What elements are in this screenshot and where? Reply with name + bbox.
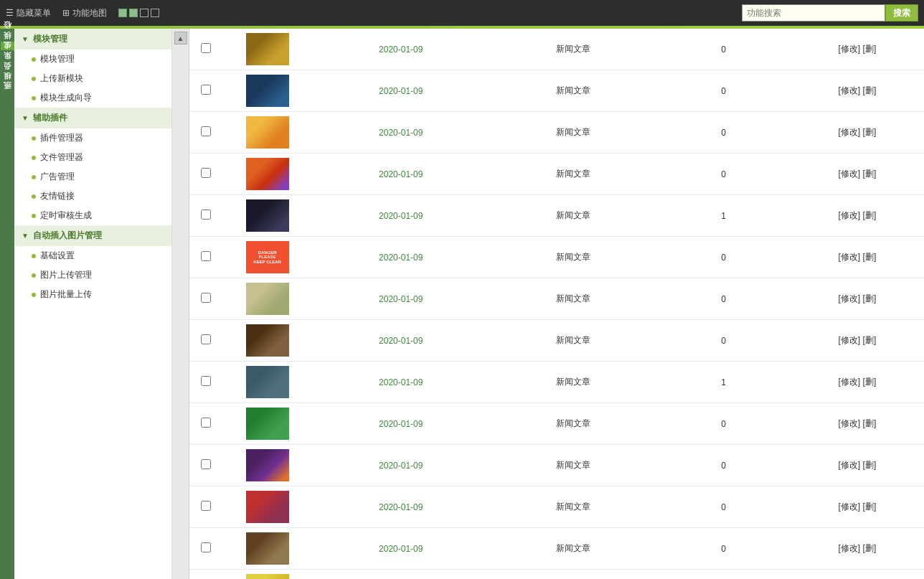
row-date: 2020-01-09: [312, 70, 490, 112]
sidebar-item-module-wizard[interactable]: 模块生成向导: [14, 88, 171, 108]
edit-button[interactable]: [修改]: [839, 502, 861, 512]
sidebar-item-module-manage[interactable]: 模块管理: [14, 50, 171, 69]
sidebar-item-file-manager[interactable]: 文件管理器: [14, 148, 171, 167]
sidebar-item-image-upload-manage[interactable]: 图片上传管理: [14, 265, 171, 285]
sidebar-item-image-batch-upload[interactable]: 图片批量上传: [14, 285, 171, 304]
table-row: 2020-01-09新闻文章0[修改] [删]: [189, 486, 924, 528]
delete-button[interactable]: [删]: [863, 252, 877, 262]
layout-icon-1[interactable]: [118, 9, 127, 17]
delete-button[interactable]: [删]: [863, 335, 877, 345]
sidebar-item-basic-settings[interactable]: 基础设置: [14, 246, 171, 265]
sidebar-item-friendly-link[interactable]: 友情链接: [14, 187, 171, 206]
layout-icon-2[interactable]: [129, 9, 138, 17]
sidebar-item-timed-review-label: 定时审核生成: [40, 210, 92, 222]
hidden-menu-btn[interactable]: ☰ 隐藏菜单: [6, 7, 51, 19]
delete-button[interactable]: [删]: [863, 377, 877, 387]
edit-button[interactable]: [修改]: [839, 127, 861, 137]
row-checkbox[interactable]: [201, 168, 211, 178]
sidebar-item-basic-settings-label: 基础设置: [40, 250, 75, 262]
vtab-system[interactable]: 系统: [1, 92, 14, 100]
edit-button[interactable]: [修改]: [839, 85, 861, 95]
row-checkbox[interactable]: [201, 293, 211, 303]
thumbnail: [246, 158, 289, 190]
vtab-collect[interactable]: 采集: [1, 62, 14, 70]
function-map-btn[interactable]: ⊞ 功能地图: [62, 7, 107, 19]
row-checkbox[interactable]: [201, 43, 211, 53]
sidebar-item-plugin-manager[interactable]: 插件管理器: [14, 128, 171, 148]
row-checkbox[interactable]: [201, 459, 211, 469]
row-count: 0: [657, 570, 791, 580]
sidebar-section-image[interactable]: ▼ 自动插入图片管理: [14, 225, 171, 246]
row-checkbox[interactable]: [201, 334, 211, 344]
delete-button[interactable]: [删]: [863, 44, 877, 54]
vtab-member[interactable]: 会员: [1, 72, 14, 80]
delete-button[interactable]: [删]: [863, 127, 877, 137]
vtab-generate[interactable]: 生成: [1, 52, 14, 60]
sidebar-item-module-wizard-label: 模块生成向导: [40, 92, 92, 104]
thumbnail: [246, 75, 289, 107]
row-checkbox[interactable]: [201, 501, 211, 511]
edit-button[interactable]: [修改]: [839, 377, 861, 387]
delete-button[interactable]: [删]: [863, 169, 877, 179]
row-type: 新闻文章: [490, 362, 657, 403]
row-checkbox[interactable]: [201, 418, 211, 428]
delete-button[interactable]: [删]: [863, 210, 877, 220]
edit-button[interactable]: [修改]: [839, 293, 861, 303]
row-checkbox[interactable]: [201, 126, 211, 136]
sidebar-section-module[interactable]: ▼ 模块管理: [14, 29, 171, 50]
row-count: 1: [657, 362, 791, 403]
delete-button[interactable]: [删]: [863, 85, 877, 95]
row-count: 0: [657, 278, 791, 320]
delete-button[interactable]: [删]: [863, 418, 877, 428]
data-table: 2020-01-09新闻文章0[修改] [删]2020-01-09新闻文章0[修…: [189, 29, 924, 579]
row-type: 新闻文章: [490, 528, 657, 570]
layout-icon-3[interactable]: [140, 9, 148, 17]
row-count: 0: [657, 320, 791, 362]
delete-button[interactable]: [删]: [863, 543, 877, 553]
table-row: 2020-01-09新闻文章0[修改] [删]: [189, 320, 924, 362]
dot-icon: [32, 293, 36, 297]
search-area: 搜索: [742, 4, 918, 22]
vtab-module[interactable]: 模块: [1, 42, 14, 50]
thumbnail: [246, 116, 289, 149]
row-date: 2020-01-09: [312, 570, 490, 580]
delete-button[interactable]: [删]: [863, 293, 877, 303]
scroll-up-button[interactable]: ▲: [174, 32, 187, 44]
edit-button[interactable]: [修改]: [839, 418, 861, 428]
row-type: 新闻文章: [490, 237, 657, 278]
row-date: 2020-01-09: [312, 320, 490, 362]
edit-button[interactable]: [修改]: [839, 169, 861, 179]
edit-button[interactable]: [修改]: [839, 543, 861, 553]
search-button[interactable]: 搜索: [885, 4, 918, 22]
sidebar-section-plugin[interactable]: ▼ 辅助插件: [14, 108, 171, 128]
delete-button[interactable]: [删]: [863, 502, 877, 512]
row-count: 0: [657, 112, 791, 154]
vtab-core[interactable]: 核心: [1, 32, 14, 40]
edit-button[interactable]: [修改]: [839, 252, 861, 262]
sidebar-item-module-manage-label: 模块管理: [40, 53, 75, 65]
row-checkbox[interactable]: [201, 85, 211, 95]
delete-button[interactable]: [删]: [863, 460, 877, 470]
table-row: 2020-01-09新闻文章0[修改] [删]: [189, 278, 924, 320]
function-map-label: 功能地图: [72, 7, 107, 19]
search-input[interactable]: [742, 4, 885, 22]
edit-button[interactable]: [修改]: [839, 210, 861, 220]
row-checkbox[interactable]: [201, 251, 211, 261]
sidebar-item-timed-review[interactable]: 定时审核生成: [14, 206, 171, 225]
row-date: 2020-01-09: [312, 486, 490, 528]
row-checkbox[interactable]: [201, 210, 211, 220]
table-row: 2020-01-09新闻文章0[修改] [删]: [189, 528, 924, 570]
layout-icon-4[interactable]: [151, 9, 159, 17]
edit-button[interactable]: [修改]: [839, 335, 861, 345]
row-checkbox[interactable]: [201, 376, 211, 386]
sidebar-item-upload-module[interactable]: 上传新模块: [14, 69, 171, 88]
dot-icon: [32, 136, 36, 141]
edit-button[interactable]: [修改]: [839, 44, 861, 54]
row-checkbox[interactable]: [201, 542, 211, 552]
sidebar-item-file-manager-label: 文件管理器: [40, 151, 83, 164]
edit-button[interactable]: [修改]: [839, 460, 861, 470]
arrow-icon: ▼: [22, 35, 29, 43]
vtab-template[interactable]: 模板: [1, 82, 14, 90]
sidebar: ▼ 模块管理 模块管理 上传新模块 模块生成向导 ▼ 辅助插件 插件管理器 文件…: [14, 29, 172, 579]
sidebar-item-ad-manage[interactable]: 广告管理: [14, 167, 171, 187]
